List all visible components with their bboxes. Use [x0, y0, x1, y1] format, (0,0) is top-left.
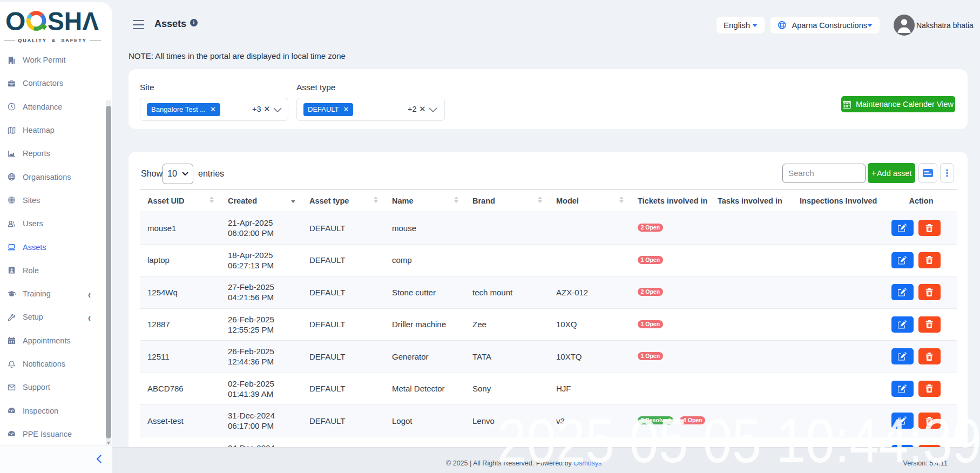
svg-text:SHΛ: SHΛ [48, 7, 99, 35]
svg-text:O: O [5, 7, 25, 35]
